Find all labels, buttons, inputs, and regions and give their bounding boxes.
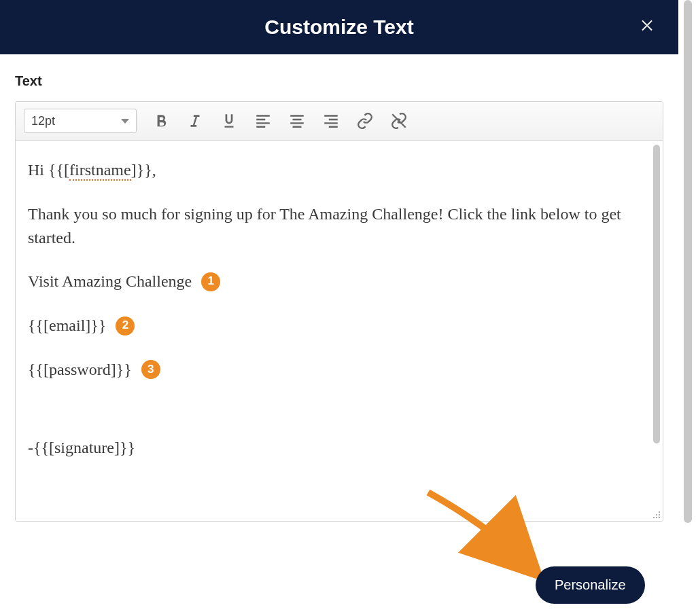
chevron-down-icon — [121, 119, 129, 124]
body-paragraph: Thank you so much for signing up for The… — [28, 202, 631, 250]
editor-scrollbar[interactable] — [653, 145, 660, 443]
underline-icon[interactable] — [220, 111, 239, 130]
badge-2: 2 — [116, 316, 135, 336]
merge-token-email: {{[email]}} — [28, 314, 106, 338]
svg-rect-5 — [653, 517, 655, 518]
close-icon[interactable] — [639, 16, 655, 35]
badge-3: 3 — [141, 360, 160, 379]
signature-line: -{{[signature]}} — [28, 436, 631, 460]
rich-text-editor: 12pt — [15, 101, 663, 522]
italic-icon[interactable] — [186, 111, 205, 130]
resize-handle-icon[interactable] — [652, 510, 661, 520]
merge-token-firstname: firstname — [69, 161, 131, 181]
font-size-select[interactable]: 12pt — [24, 109, 137, 133]
callout-line-2: {{[email]}} 2 — [28, 314, 631, 338]
bold-icon[interactable] — [152, 111, 171, 130]
modal-header: Customize Text — [0, 0, 678, 54]
unlink-icon[interactable] — [389, 111, 408, 130]
align-center-icon[interactable] — [288, 111, 307, 130]
greeting-line: Hi {{[firstname]}}, — [28, 158, 631, 182]
link-icon[interactable] — [355, 111, 375, 130]
visit-challenge-text: Visit Amazing Challenge — [28, 270, 192, 293]
editor-toolbar: 12pt — [16, 102, 663, 141]
modal-title: Customize Text — [264, 16, 413, 39]
svg-rect-2 — [656, 514, 657, 515]
svg-rect-4 — [656, 517, 657, 518]
personalize-button[interactable]: Personalize — [536, 566, 645, 604]
callout-line-1: Visit Amazing Challenge 1 — [28, 270, 631, 293]
modal-body: Text 12pt — [0, 54, 678, 535]
merge-token-password: {{[password]}} — [28, 358, 132, 382]
svg-rect-3 — [659, 517, 660, 518]
page-scrollbar[interactable] — [684, 0, 692, 523]
svg-rect-1 — [659, 514, 660, 515]
svg-rect-0 — [659, 511, 660, 513]
editor-text[interactable]: Hi {{[firstname]}}, Thank you so much fo… — [16, 141, 644, 521]
align-right-icon[interactable] — [321, 111, 341, 130]
field-label-text: Text — [15, 73, 663, 89]
align-left-icon[interactable] — [254, 111, 273, 130]
callout-line-3: {{[password]}} 3 — [28, 358, 631, 382]
font-size-value: 12pt — [31, 114, 55, 128]
editor-content-area[interactable]: Hi {{[firstname]}}, Thank you so much fo… — [16, 141, 663, 521]
badge-1: 1 — [201, 272, 220, 291]
